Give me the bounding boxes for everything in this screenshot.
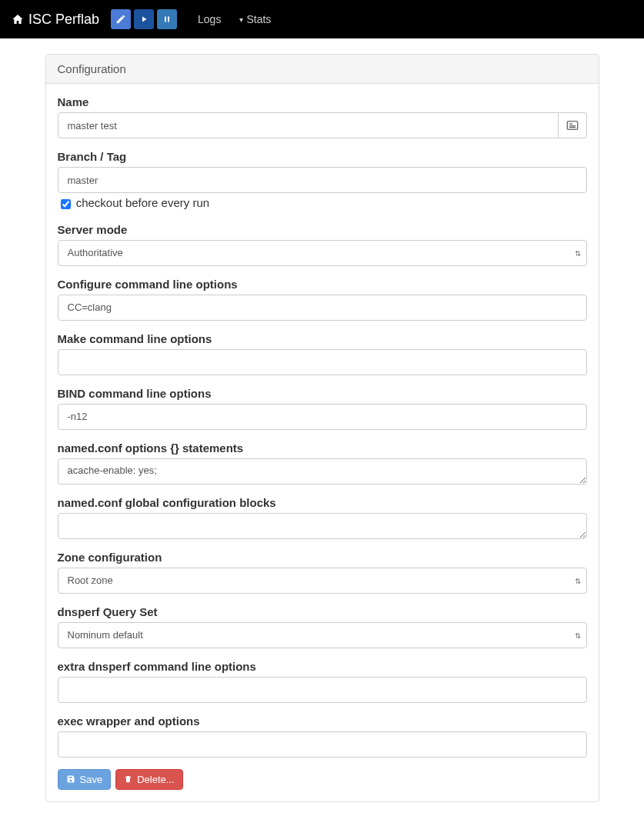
bind-opts-label: BIND command line options — [58, 387, 587, 400]
server-mode-label: Server mode — [58, 223, 587, 236]
zone-label: Zone configuration — [58, 551, 587, 564]
brand-link[interactable]: ISC Perflab — [12, 12, 99, 28]
make-opts-input[interactable] — [58, 349, 587, 375]
exec-wrap-input[interactable] — [58, 731, 587, 758]
nav-stats-dropdown[interactable]: ▾ Stats — [230, 2, 280, 37]
play-button[interactable] — [134, 9, 154, 29]
navbar: ISC Perflab Logs ▾ Stats — [0, 0, 644, 38]
configure-opts-input[interactable] — [58, 295, 587, 321]
nav-logs[interactable]: Logs — [189, 2, 230, 37]
bind-opts-input[interactable] — [58, 404, 587, 430]
save-button-label: Save — [80, 774, 103, 785]
configure-opts-label: Configure command line options — [58, 278, 587, 291]
edit-button[interactable] — [111, 9, 131, 29]
pause-button[interactable] — [157, 9, 177, 29]
pause-icon — [162, 15, 172, 24]
queryset-select[interactable]: Nominum default — [58, 622, 587, 648]
nav-stats-label: Stats — [246, 13, 271, 25]
card-icon — [566, 120, 579, 131]
nav-logs-label: Logs — [198, 13, 221, 25]
branch-input[interactable] — [58, 167, 587, 193]
navbar-action-buttons — [111, 9, 177, 29]
dnsperf-extra-input[interactable] — [58, 677, 587, 703]
trash-icon — [124, 774, 132, 784]
save-icon — [66, 774, 75, 784]
delete-button-label: Delete... — [137, 774, 174, 785]
named-global-textarea[interactable] — [58, 513, 587, 539]
named-options-label: named.conf options {} statements — [58, 441, 587, 455]
delete-button[interactable]: Delete... — [115, 769, 182, 790]
named-global-label: named.conf global configuration blocks — [58, 496, 587, 509]
home-icon — [12, 13, 24, 25]
name-addon[interactable] — [559, 112, 587, 138]
exec-wrap-label: exec wrapper and options — [58, 714, 587, 728]
dnsperf-extra-label: extra dnsperf command line options — [58, 660, 587, 673]
checkout-label: checkout before every run — [76, 196, 209, 209]
save-button[interactable]: Save — [58, 769, 112, 790]
config-panel: Configuration Name Branch / Tag — [45, 54, 599, 802]
name-label: Name — [58, 95, 587, 108]
caret-down-icon: ▾ — [239, 15, 243, 24]
make-opts-label: Make command line options — [58, 332, 587, 345]
panel-title: Configuration — [46, 55, 599, 84]
pencil-icon — [115, 14, 126, 25]
named-options-textarea[interactable] — [58, 458, 587, 485]
play-icon — [139, 15, 148, 24]
zone-select[interactable]: Root zone — [58, 568, 587, 594]
brand-text: ISC Perflab — [28, 12, 99, 28]
name-input[interactable] — [58, 112, 559, 138]
checkout-checkbox[interactable] — [61, 199, 71, 209]
branch-label: Branch / Tag — [58, 150, 587, 163]
queryset-label: dnsperf Query Set — [58, 605, 587, 618]
server-mode-select[interactable]: Authoritative — [58, 240, 587, 266]
